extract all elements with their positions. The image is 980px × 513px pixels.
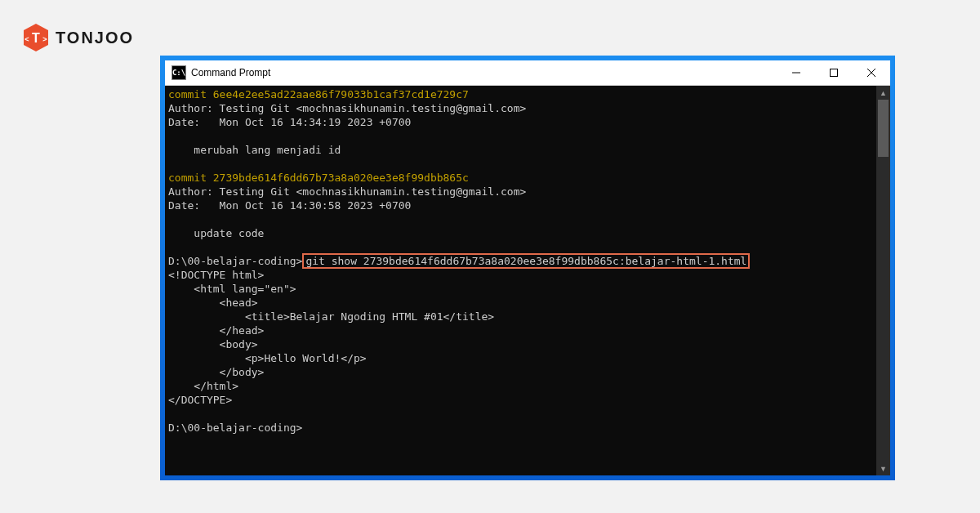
out-line: <p>Hello World!</p>	[168, 352, 367, 364]
commit-msg: update code	[168, 227, 264, 239]
author-line: Author: Testing Git <mochnasikhunamin.te…	[168, 102, 526, 114]
out-line: </body>	[168, 366, 264, 378]
out-line: <head>	[168, 297, 258, 309]
brand-mark-icon: T < >	[23, 23, 49, 52]
prompt-path: D:\00-belajar-coding>	[168, 255, 302, 267]
desktop-background: C:\ Command Prompt commit 6ee4e2ee5ad22a…	[160, 56, 895, 480]
scroll-thumb[interactable]	[878, 100, 889, 157]
date-line: Date: Mon Oct 16 14:30:58 2023 +0700	[168, 199, 411, 212]
brand-name: TONJOO	[56, 29, 134, 47]
prompt-path: D:\00-belajar-coding>	[168, 422, 302, 434]
window-title: Command Prompt	[191, 67, 270, 78]
svg-rect-5	[831, 69, 838, 77]
out-line: <title>Belajar Ngoding HTML #01</title>	[168, 310, 494, 323]
vertical-scrollbar[interactable]: ▲ ▼	[876, 86, 890, 475]
out-line: </DOCTYPE>	[168, 394, 232, 406]
highlighted-command: git show 2739bde614f6dd67b73a8a020ee3e8f…	[302, 253, 750, 269]
scroll-up-icon[interactable]: ▲	[876, 86, 890, 100]
window-titlebar[interactable]: C:\ Command Prompt	[165, 60, 890, 86]
svg-text:>: >	[42, 35, 47, 43]
out-line: </head>	[168, 324, 264, 337]
svg-text:<: <	[24, 35, 29, 43]
terminal-area: commit 6ee4e2ee5ad22aae86f79033b1caf37cd…	[165, 86, 890, 475]
close-button[interactable]	[853, 60, 890, 85]
minimize-button[interactable]	[777, 60, 815, 85]
cmd-icon: C:\	[172, 65, 186, 80]
commit-msg: merubah lang menjadi id	[168, 144, 341, 156]
command-prompt-window: C:\ Command Prompt commit 6ee4e2ee5ad22a…	[165, 60, 890, 475]
svg-text:T: T	[32, 31, 40, 45]
maximize-button[interactable]	[815, 60, 853, 85]
scroll-down-icon[interactable]: ▼	[876, 462, 890, 475]
out-line: <body>	[168, 338, 258, 350]
commit-line: commit 2739bde614f6dd67b73a8a020ee3e8f99…	[168, 172, 469, 184]
out-line: <!DOCTYPE html>	[168, 269, 264, 281]
out-line: </html>	[168, 380, 238, 392]
commit-line: commit 6ee4e2ee5ad22aae86f79033b1caf37cd…	[168, 88, 469, 100]
terminal-output[interactable]: commit 6ee4e2ee5ad22aae86f79033b1caf37cd…	[165, 86, 876, 475]
date-line: Date: Mon Oct 16 14:34:19 2023 +0700	[168, 116, 411, 128]
brand-logo: T < > TONJOO	[23, 23, 134, 52]
out-line: <html lang="en">	[168, 283, 296, 295]
author-line: Author: Testing Git <mochnasikhunamin.te…	[168, 185, 526, 198]
